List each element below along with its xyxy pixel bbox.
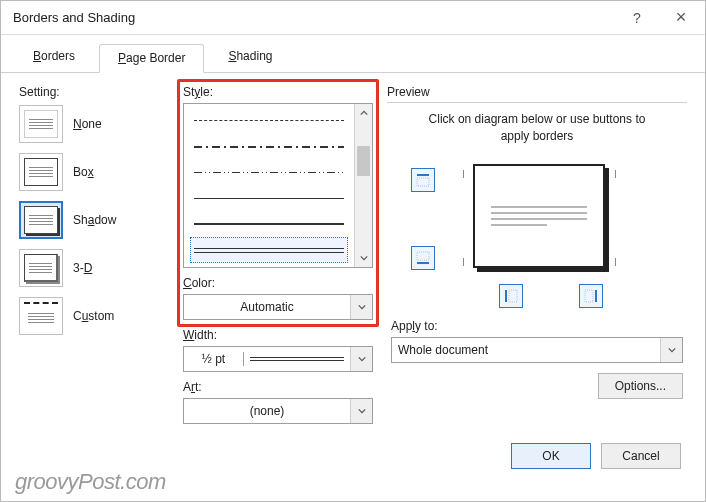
setting-3d-icon[interactable]: [19, 249, 63, 287]
style-option-dashdot[interactable]: [190, 134, 348, 160]
border-right-button[interactable]: [579, 284, 603, 308]
tab-shading[interactable]: Shading: [210, 43, 290, 72]
chevron-down-icon: [358, 407, 366, 415]
apply-to-value: Whole document: [392, 343, 660, 357]
tick: [615, 170, 616, 178]
preview-page[interactable]: [473, 164, 605, 268]
chevron-down-icon: [668, 346, 676, 354]
scroll-down-button[interactable]: [355, 249, 372, 267]
tick: [615, 258, 616, 266]
svg-rect-1: [417, 178, 429, 186]
tab-page-border[interactable]: Page Border: [99, 44, 204, 73]
border-bottom-button[interactable]: [411, 246, 435, 270]
art-value: (none): [184, 404, 350, 418]
apply-to-dropdown[interactable]: Whole document: [391, 337, 683, 363]
window-title: Borders and Shading: [13, 10, 615, 25]
setting-3d[interactable]: 3-D: [73, 261, 92, 275]
color-dropdown-button[interactable]: [350, 295, 372, 319]
tab-borders[interactable]: Borders document.currentScript.previousE…: [15, 43, 93, 72]
style-scrollbar[interactable]: [354, 104, 372, 267]
setting-custom-icon[interactable]: [19, 297, 63, 335]
preview-label: Preview: [387, 85, 687, 99]
svg-rect-4: [505, 290, 507, 302]
border-top-button[interactable]: [411, 168, 435, 192]
setting-shadow-icon[interactable]: [19, 201, 63, 239]
width-sample: [244, 357, 350, 361]
svg-rect-6: [595, 290, 597, 302]
options-button[interactable]: Options...: [598, 373, 683, 399]
svg-rect-5: [509, 290, 517, 302]
watermark: groovyPost.com: [15, 469, 166, 495]
preview-panel: Preview Click on diagram below or use bu…: [387, 85, 687, 424]
style-option-dashdotdot[interactable]: [190, 160, 348, 186]
tick: [463, 170, 464, 178]
style-option-solid-thin[interactable]: [190, 185, 348, 211]
setting-box-icon[interactable]: [19, 153, 63, 191]
setting-panel: Setting: None Box Shadow 3-D: [19, 85, 169, 424]
art-dropdown-button[interactable]: [350, 399, 372, 423]
preview-hint: Click on diagram below or use buttons to…: [391, 111, 683, 146]
svg-rect-2: [417, 262, 429, 264]
width-label: Width:: [183, 328, 373, 342]
style-option-dashed[interactable]: [190, 108, 348, 134]
style-listbox[interactable]: [183, 103, 373, 268]
width-dropdown[interactable]: ½ pt: [183, 346, 373, 372]
style-label: Style:: [183, 85, 373, 99]
color-dropdown[interactable]: Automatic: [183, 294, 373, 320]
setting-shadow[interactable]: Shadow: [73, 213, 116, 227]
svg-rect-7: [585, 290, 593, 302]
setting-none[interactable]: None: [73, 117, 102, 131]
width-dropdown-button[interactable]: [350, 347, 372, 371]
dialog-footer: OK Cancel: [511, 443, 681, 469]
width-value: ½ pt: [184, 352, 244, 366]
border-left-icon: [504, 289, 518, 303]
border-top-icon: [416, 173, 430, 187]
art-label: Art:: [183, 380, 373, 394]
chevron-down-icon: [360, 254, 368, 262]
chevron-down-icon: [358, 355, 366, 363]
help-button[interactable]: ?: [615, 3, 659, 33]
apply-to-label: Apply to:: [391, 319, 683, 333]
titlebar: Borders and Shading ? ×: [1, 1, 705, 35]
tab-bar: Borders document.currentScript.previousE…: [1, 35, 705, 73]
chevron-up-icon: [360, 109, 368, 117]
dialog-body: Setting: None Box Shadow 3-D: [1, 73, 705, 430]
style-panel: Style: Color: Automatic: [183, 85, 373, 424]
setting-label: Setting:: [19, 85, 169, 99]
color-label: Color:: [183, 276, 373, 290]
setting-box[interactable]: Box: [73, 165, 94, 179]
art-dropdown[interactable]: (none): [183, 398, 373, 424]
setting-none-icon[interactable]: [19, 105, 63, 143]
cancel-button[interactable]: Cancel: [601, 443, 681, 469]
style-option-solid-thick[interactable]: [190, 211, 348, 237]
border-right-icon: [584, 289, 598, 303]
preview-diagram: [391, 160, 683, 305]
scroll-up-button[interactable]: [355, 104, 372, 122]
border-left-button[interactable]: [499, 284, 523, 308]
color-value: Automatic: [184, 300, 350, 314]
scroll-track[interactable]: [355, 122, 372, 249]
border-bottom-icon: [416, 251, 430, 265]
tick: [463, 258, 464, 266]
chevron-down-icon: [358, 303, 366, 311]
style-option-double[interactable]: [190, 237, 348, 263]
ok-button[interactable]: OK: [511, 443, 591, 469]
close-button[interactable]: ×: [659, 3, 703, 33]
setting-custom[interactable]: Custom: [73, 309, 114, 323]
svg-rect-3: [417, 252, 429, 260]
svg-rect-0: [417, 174, 429, 176]
scroll-thumb[interactable]: [357, 146, 370, 176]
apply-to-dropdown-button[interactable]: [660, 338, 682, 362]
